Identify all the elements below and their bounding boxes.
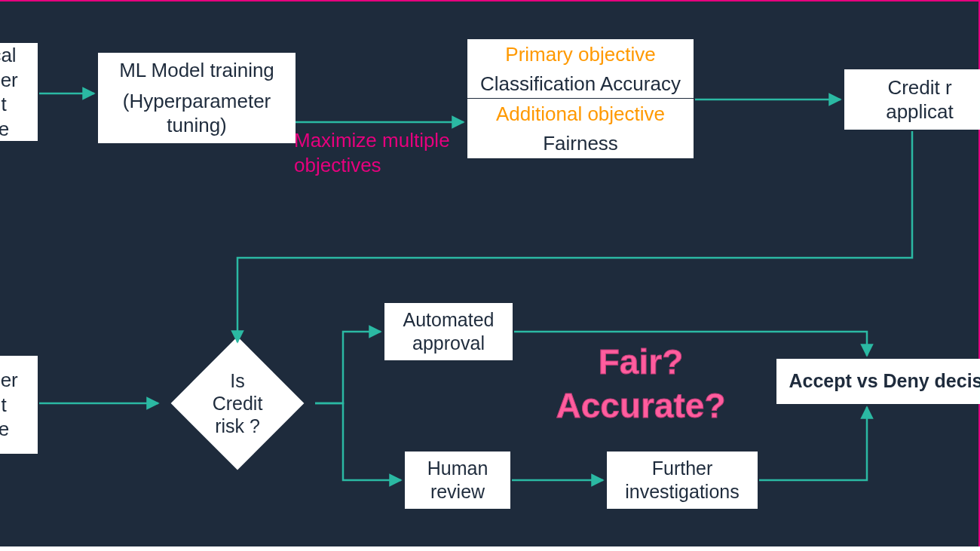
text: applicat xyxy=(886,99,954,124)
text: ML Model training xyxy=(119,58,274,83)
node-objectives: Primary objective Classification Accurac… xyxy=(467,39,694,158)
text: Automated xyxy=(403,308,495,332)
text: tuning) xyxy=(167,113,227,138)
text: e xyxy=(0,417,9,442)
node-historical-data: cal ner t e xyxy=(0,43,38,141)
text: ner xyxy=(0,68,18,93)
text: (Hyperparameter xyxy=(123,89,271,114)
diamond-label: Is Credit risk ? xyxy=(162,347,313,460)
node-decision-credit-risk: Is Credit risk ? xyxy=(162,347,313,460)
text: Accept vs Deny decis xyxy=(789,369,980,393)
node-final-decision: Accept vs Deny decis xyxy=(776,359,980,404)
additional-objective-value: Fairness xyxy=(467,131,694,156)
text: approval xyxy=(412,332,485,355)
additional-objective-label: Additional objective xyxy=(467,102,694,127)
text: t xyxy=(1,92,6,117)
text: investigations xyxy=(625,480,739,504)
text: e xyxy=(0,117,9,142)
text: Further xyxy=(652,457,713,480)
annotation-fair-accurate: Fair? Accurate? xyxy=(543,341,739,427)
node-credit-application: Credit r applicat xyxy=(844,69,980,130)
primary-objective-label: Primary objective xyxy=(467,42,694,67)
node-customer-data-2: ner t e xyxy=(0,356,38,454)
node-ml-training: ML Model training (Hyperparameter tuning… xyxy=(98,53,296,143)
text: t xyxy=(1,393,6,418)
text: ner xyxy=(0,368,18,393)
text: Credit r xyxy=(887,75,951,100)
node-human-review: Human review xyxy=(405,452,510,509)
node-automated-approval: Automated approval xyxy=(384,303,513,360)
primary-objective-value: Classification Accuracy xyxy=(467,72,694,96)
node-further-investigations: Further investigations xyxy=(607,452,758,509)
text: Human xyxy=(427,457,488,480)
text: review xyxy=(430,480,485,504)
edge-label-maximize: Maximize multiple objectives xyxy=(294,128,475,177)
text: cal xyxy=(0,43,17,68)
diagram-canvas: cal ner t e ML Model training (Hyperpara… xyxy=(0,0,980,546)
